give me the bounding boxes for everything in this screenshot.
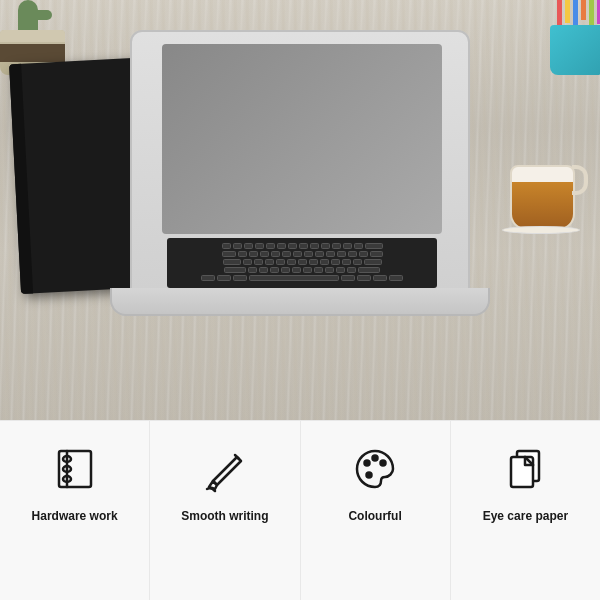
- feature-hardware-work: Hardware work: [0, 421, 150, 600]
- feature-colourful-label: Colourful: [348, 509, 401, 525]
- pencil-icon: [195, 439, 255, 499]
- papers-icon: [495, 439, 555, 499]
- feature-eye-care-paper: Eye care paper: [451, 421, 600, 600]
- svg-marker-5: [213, 457, 241, 485]
- features-bar: Hardware work Smooth writing: [0, 420, 600, 600]
- pencil-cup-decoration: [530, 0, 600, 75]
- laptop: [110, 30, 490, 350]
- feature-hardware-work-label: Hardware work: [32, 509, 118, 525]
- feature-eye-care-paper-label: Eye care paper: [483, 509, 568, 525]
- book-rings-icon: [45, 439, 105, 499]
- palette-icon: [345, 439, 405, 499]
- feature-colourful: Colourful: [301, 421, 451, 600]
- feature-smooth-writing-label: Smooth writing: [181, 509, 268, 525]
- feature-smooth-writing: Smooth writing: [150, 421, 300, 600]
- svg-point-11: [367, 473, 372, 478]
- svg-point-8: [365, 461, 370, 466]
- product-photo: [0, 0, 600, 420]
- tea-cup-decoration: [500, 150, 590, 230]
- svg-point-9: [373, 456, 378, 461]
- svg-point-10: [381, 461, 386, 466]
